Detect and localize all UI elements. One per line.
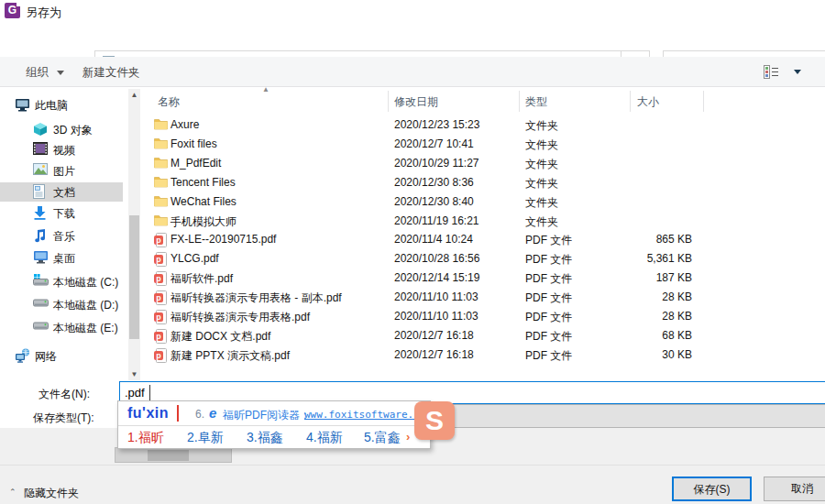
folder-icon [154,137,168,151]
sidebar-item-download[interactable]: 下载 [0,203,123,223]
table-row[interactable]: pFX-LE--20190715.pdf2020/11/4 10:24PDF 文… [147,230,825,248]
file-size: 30 KB [600,348,692,361]
file-size: 28 KB [600,290,692,303]
sidebar-item-label: 音乐 [53,229,75,245]
sidebar-item-music[interactable]: 音乐 [0,226,123,246]
sidebar-item-document[interactable]: 文档 [0,182,123,202]
ime-hint-url-link[interactable]: www.foxitsoftware.cn [304,409,425,421]
folder-icon [154,157,168,170]
picture-icon [33,163,49,179]
svg-text:p: p [156,332,161,341]
table-row[interactable]: Tencent Files2020/12/30 8:36文件夹 [147,173,825,192]
text-caret [149,385,150,400]
ime-candidate-window: fu'xin 6. e 福昕PDF阅读器： www.foxitsoftware.… [117,400,431,449]
sidebar-item-disk[interactable]: 本地磁盘 (D:) [0,295,123,314]
view-options-dropdown-icon[interactable] [794,70,801,74]
video-icon [33,142,49,158]
file-name: 新建 PPTX 演示文稿.pdf [170,348,290,364]
ime-pinyin-text: fu'xin [127,405,169,422]
ime-candidate[interactable]: 2.阜新 [187,430,224,446]
sidebar-item-label: 视频 [53,143,75,159]
file-name: WeChat Files [170,195,236,208]
table-row[interactable]: p福昕转换器演示专用表格 - 副本.pdf2020/11/10 11:03PDF… [147,288,825,306]
ime-next-page-icon[interactable]: › [406,430,410,444]
details-view-icon[interactable] [764,65,779,79]
file-name: FX-LE--20190715.pdf [170,233,276,246]
scroll-down-icon[interactable]: ▼ [128,368,140,380]
file-date: 2020/10/28 16:56 [394,252,479,265]
ime-candidate[interactable]: 4.福新 [306,430,343,446]
scroll-up-icon[interactable]: ▲ [128,89,140,101]
sidebar-item-this-pc[interactable]: 此电脑 [0,95,123,115]
navigation-bar: ← → ⌄ ↑ › 此电脑 › 文档 › ⌄ ↻ [0,23,825,57]
title-bar: G 另存为 [0,0,825,23]
table-row[interactable]: Foxit files2020/12/7 10:41文件夹 [147,135,825,153]
sogou-ime-logo[interactable]: S [414,401,455,440]
new-folder-button[interactable]: 新建文件夹 [82,65,140,81]
ime-candidate[interactable]: 3.福鑫 [247,430,283,446]
table-row[interactable]: 手机模拟大师2020/11/19 16:21文件夹 [147,212,825,230]
collapse-caret-icon[interactable]: ⌃ [9,488,16,497]
file-name: 新建 DOCX 文档.pdf [170,329,270,345]
table-row[interactable]: pYLCG.pdf2020/10/28 16:56PDF 文件5,361 KB [147,249,825,268]
ime-candidate[interactable]: 1.福昕 [127,430,164,446]
folder-icon [154,176,168,190]
sidebar-item-network[interactable]: 网络 [0,346,123,366]
download-icon [33,205,49,221]
cube-3d-icon [33,122,49,137]
file-type: PDF 文件 [525,310,572,325]
table-row[interactable]: p新建 PPTX 演示文稿.pdf2020/12/7 16:18PDF 文件30… [147,345,825,364]
window-title: 另存为 [26,5,61,21]
svg-text:p: p [156,274,161,283]
sidebar-item-disk-win[interactable]: 本地磁盘 (C:) [0,272,123,291]
sidebar-item-cube-3d[interactable]: 3D 对象 [0,120,123,139]
table-row[interactable]: WeChat Files2020/12/30 8:40文件夹 [147,192,825,211]
table-row[interactable]: Axure2020/12/23 15:23文件夹 [147,115,825,134]
scrollbar-thumb[interactable] [129,215,139,339]
pdf-icon: p [154,310,168,323]
ime-prev-page-icon[interactable]: ‹ [393,430,397,444]
obscured-control-fragment [115,447,232,463]
ime-hint-index: 6. [195,408,204,421]
sidebar-item-label: 桌面 [53,251,75,267]
sidebar-scrollbar[interactable]: ▲ ▼ [128,89,140,380]
file-date: 2020/11/19 16:21 [394,214,479,227]
file-type: 文件夹 [525,214,558,230]
column-header-size[interactable]: 大小 [637,94,659,110]
file-date: 2020/12/30 8:40 [394,195,474,208]
sidebar-item-desktop[interactable]: 桌面 [0,248,123,268]
file-type: PDF 文件 [525,329,572,345]
file-date: 2020/12/30 8:36 [394,176,474,189]
table-row[interactable]: p福昕软件.pdf2020/12/14 15:19PDF 文件187 KB [147,268,825,287]
ime-hint-text[interactable]: 福昕PDF阅读器： [223,408,311,423]
table-row[interactable]: p福昕转换器演示专用表格.pdf2020/11/10 11:03PDF 文件28… [147,307,825,325]
column-header-date[interactable]: 修改日期 [394,94,438,110]
file-type: 文件夹 [525,176,558,192]
column-header-name[interactable]: 名称 [158,94,180,110]
file-name: Foxit files [170,137,217,150]
svg-text:p: p [156,236,161,245]
sidebar-item-picture[interactable]: 图片 [0,161,123,181]
sidebar-item-label: 本地磁盘 (E:) [53,321,118,336]
file-size: 865 KB [600,233,692,246]
hide-folders-button[interactable]: 隐藏文件夹 [24,486,79,501]
cancel-button[interactable]: 取消 [764,477,825,501]
sidebar-item-video[interactable]: 视频 [0,140,123,159]
svg-text:p: p [156,351,161,360]
table-row[interactable]: M_PdfEdit2020/10/29 11:27文件夹 [147,154,825,172]
organize-button[interactable]: 组织 [26,65,49,81]
savetype-label: 保存类型(T): [33,411,94,426]
filename-label: 文件名(N): [38,387,90,402]
network-icon [15,348,30,364]
table-row[interactable]: p新建 DOCX 文档.pdf2020/12/7 16:18PDF 文件68 K… [147,326,825,345]
pdf-icon: p [154,252,168,266]
file-size: 28 KB [600,310,692,323]
save-button[interactable]: 保存(S) [672,477,752,501]
sidebar-item-disk[interactable]: 本地磁盘 (E:) [0,318,123,337]
organize-dropdown-icon[interactable] [57,71,64,75]
disk-win-icon [33,274,49,290]
column-header-type[interactable]: 类型 [525,94,547,110]
file-date: 2020/12/7 10:41 [394,137,474,150]
pdf-icon: p [154,329,168,343]
file-date: 2020/12/7 16:18 [394,329,474,342]
